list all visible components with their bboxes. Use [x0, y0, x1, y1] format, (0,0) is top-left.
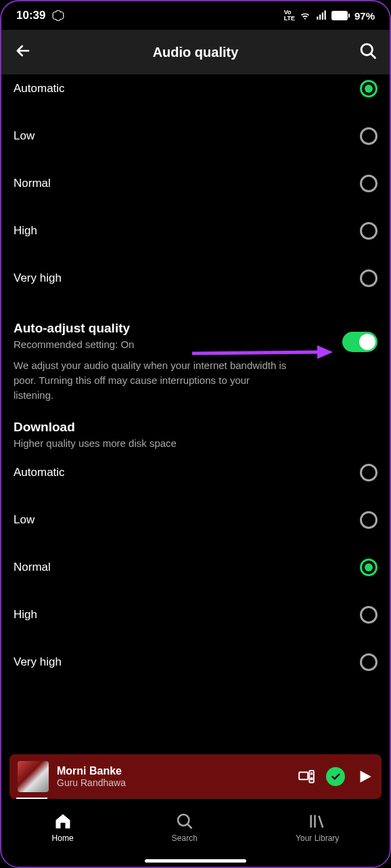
auto-adjust-desc: We adjust your audio quality when your i…: [14, 358, 315, 402]
back-button[interactable]: [14, 41, 32, 63]
streaming-option-high[interactable]: High: [14, 207, 377, 255]
added-check-icon[interactable]: [326, 767, 345, 786]
radio-label: Low: [14, 513, 34, 527]
nav-home[interactable]: Home: [52, 812, 74, 843]
radio-icon: [360, 653, 377, 671]
wifi-icon: [299, 9, 311, 22]
streaming-option-normal[interactable]: Normal: [14, 160, 377, 207]
content: Automatic Low Normal High Very high Auto…: [1, 74, 390, 686]
radio-label: Normal: [14, 177, 51, 190]
nav-library[interactable]: Your Library: [296, 812, 339, 843]
nav-label: Your Library: [296, 833, 339, 843]
album-art: [18, 761, 49, 792]
signal-icon: [315, 9, 327, 22]
track-title: Morni Banke: [57, 765, 290, 777]
radio-label: High: [14, 608, 37, 622]
play-button[interactable]: [356, 768, 373, 785]
nav-label: Home: [52, 833, 74, 843]
nav-label: Search: [172, 833, 198, 843]
search-icon: [175, 812, 194, 831]
header: Audio quality: [1, 30, 390, 74]
radio-label: Automatic: [14, 466, 65, 479]
library-icon: [308, 812, 327, 831]
home-icon: [53, 812, 72, 831]
svg-rect-4: [331, 11, 348, 20]
radio-icon: [360, 606, 377, 624]
bottom-nav: Home Search Your Library: [3, 800, 388, 867]
nav-search[interactable]: Search: [172, 812, 198, 843]
svg-rect-2: [322, 13, 323, 20]
page-title: Audio quality: [153, 45, 239, 60]
search-button[interactable]: [359, 41, 377, 63]
streaming-option-very-high[interactable]: Very high: [14, 255, 377, 302]
radio-icon: [360, 175, 377, 192]
svg-rect-3: [324, 11, 325, 20]
auto-adjust-heading: Auto-adjust quality: [14, 321, 315, 336]
radio-label: Automatic: [14, 82, 65, 95]
progress-indicator: [16, 798, 47, 799]
download-option-very-high[interactable]: Very high: [14, 638, 377, 686]
streaming-option-low[interactable]: Low: [14, 112, 377, 160]
chatgpt-icon: [52, 9, 64, 22]
track-artist: Guru Randhawa: [57, 777, 290, 788]
radio-label: Very high: [14, 272, 62, 285]
svg-rect-1: [319, 15, 321, 20]
status-bar: 10:39 VoLTE 97%: [1, 1, 390, 30]
svg-rect-0: [317, 17, 318, 20]
download-option-automatic[interactable]: Automatic: [14, 449, 377, 496]
download-option-low[interactable]: Low: [14, 496, 377, 544]
battery-percent: 97%: [354, 10, 375, 22]
radio-label: Low: [14, 129, 34, 143]
svg-rect-9: [299, 773, 308, 780]
radio-label: Normal: [14, 561, 51, 574]
download-heading: Download: [14, 420, 377, 435]
download-sub: Higher quality uses more disk space: [14, 437, 377, 449]
svg-point-12: [311, 773, 313, 775]
streaming-option-automatic[interactable]: Automatic: [14, 74, 377, 112]
svg-point-13: [178, 815, 189, 825]
radio-icon: [360, 559, 377, 576]
radio-label: Very high: [14, 655, 62, 669]
download-option-high[interactable]: High: [14, 591, 377, 638]
radio-icon: [360, 269, 377, 287]
radio-label: High: [14, 224, 37, 238]
status-time: 10:39: [16, 9, 45, 22]
gesture-bar: [145, 859, 246, 863]
auto-adjust-toggle[interactable]: [342, 332, 377, 352]
svg-point-11: [310, 778, 313, 780]
radio-icon: [360, 464, 377, 481]
svg-rect-5: [348, 14, 350, 18]
radio-icon: [360, 511, 377, 529]
battery-icon: [331, 11, 350, 20]
volte-icon: VoLTE: [284, 9, 295, 22]
auto-adjust-row: Auto-adjust quality Recommended setting:…: [14, 314, 377, 402]
download-option-normal[interactable]: Normal: [14, 544, 377, 591]
radio-icon: [360, 80, 377, 97]
radio-icon: [360, 222, 377, 240]
connect-device-icon[interactable]: [298, 768, 315, 785]
auto-adjust-sub: Recommended setting: On: [14, 339, 315, 350]
radio-icon: [360, 127, 377, 145]
now-playing-bar[interactable]: Morni Banke Guru Randhawa: [9, 754, 382, 799]
